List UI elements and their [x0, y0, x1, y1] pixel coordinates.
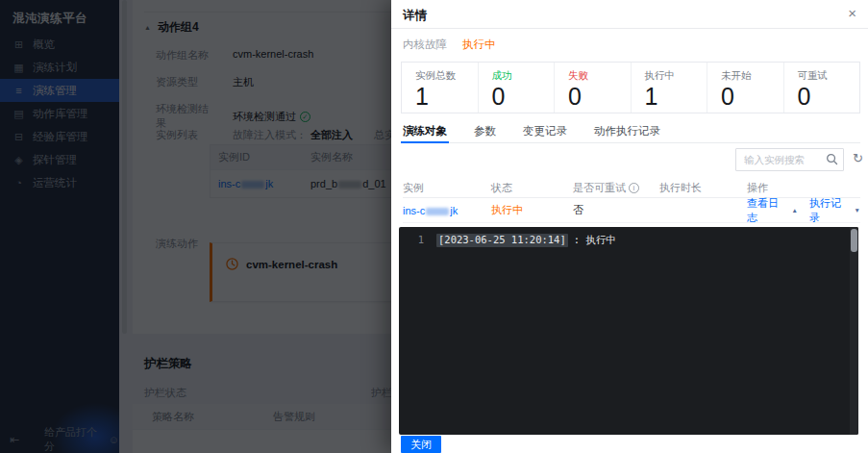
- search-row: ↻: [403, 146, 868, 173]
- refresh-icon[interactable]: ↻: [853, 151, 863, 166]
- row-operations: 查看日志 ▲ 执行记录 ▼: [747, 196, 860, 225]
- redacted-text: [426, 208, 449, 215]
- drawer-header: 详情 ×: [391, 0, 868, 29]
- exec-record-link[interactable]: 执行记录 ▼: [809, 196, 860, 225]
- stat-value: 0: [798, 84, 860, 109]
- search-icon[interactable]: [826, 153, 838, 165]
- tab-parameters[interactable]: 参数: [474, 124, 496, 142]
- column-header: 实例: [403, 181, 491, 195]
- row-retryable: 否: [573, 203, 659, 217]
- stat-label-2: 失败: [568, 69, 631, 83]
- console-scrollbar-track: [850, 227, 858, 435]
- table-header-row: 实例 状态 是否可重试 i 执行时长 操作: [403, 179, 860, 197]
- tab-exercise-object[interactable]: 演练对象: [403, 124, 447, 142]
- fault-type-label: 内核故障: [403, 38, 447, 52]
- column-header-retryable: 是否可重试 i: [573, 181, 659, 195]
- stat-executing: 执行中 1: [631, 63, 707, 113]
- exercise-object-table: 实例 状态 是否可重试 i 执行时长 操作 ins-cjk 执行中 否 查看日志…: [403, 179, 860, 223]
- stat-value: 0: [492, 84, 555, 109]
- stats-summary: 实例总数 1 成功 0 失败 0 执行中 1 未开始 0 可重试 0: [401, 62, 860, 113]
- info-icon[interactable]: i: [629, 183, 639, 193]
- stat-label-4: 未开始: [721, 69, 783, 83]
- log-timestamp: [2023-06-25 11:20:14]: [436, 234, 568, 247]
- stat-label-1: 成功: [492, 69, 555, 83]
- detail-drawer: 详情 × 内核故障 执行中 实例总数 1 成功 0 失败 0 执行中 1: [391, 0, 868, 453]
- close-button[interactable]: 关闭: [401, 436, 441, 453]
- log-line: 1 [2023-06-25 11:20:14] : 执行中: [399, 227, 858, 247]
- column-header: 执行时长: [659, 181, 747, 195]
- caret-down-icon: ▼: [855, 207, 860, 214]
- stat-retryable: 可重试 0: [783, 63, 860, 113]
- column-header: 操作: [747, 181, 860, 195]
- instance-id-link[interactable]: ins-cjk: [403, 205, 491, 216]
- execution-status: 执行中: [462, 38, 496, 52]
- row-status: 执行中: [491, 203, 573, 217]
- table-row: ins-cjk 执行中 否 查看日志 ▲ 执行记录 ▼: [403, 197, 860, 223]
- tab-action-exec-record[interactable]: 动作执行记录: [594, 124, 660, 142]
- stat-label-5: 可重试: [798, 69, 860, 83]
- log-message: : 执行中: [574, 234, 616, 247]
- stat-label-3: 执行中: [645, 69, 707, 83]
- stat-value: 0: [568, 84, 631, 109]
- caret-up-icon: ▲: [792, 207, 798, 214]
- stat-value: 1: [415, 84, 478, 109]
- fault-status-row: 内核故障 执行中: [403, 38, 496, 52]
- stat-not-started: 未开始 0: [707, 63, 783, 113]
- view-log-link[interactable]: 查看日志 ▲: [747, 196, 798, 225]
- drawer-title: 详情: [403, 8, 427, 24]
- stat-label-0: 实例总数: [415, 69, 478, 83]
- stat-success: 成功 0: [478, 63, 555, 113]
- stat-total-instances: 实例总数 1: [402, 63, 478, 113]
- stat-value: 1: [645, 84, 707, 109]
- drawer-tabs: 演练对象 参数 变更记录 动作执行记录: [403, 124, 860, 143]
- console-scrollbar-thumb[interactable]: [851, 229, 857, 252]
- log-line-number: 1: [399, 234, 424, 247]
- column-header: 状态: [491, 181, 573, 195]
- instance-search-box: [735, 148, 844, 171]
- tab-change-record[interactable]: 变更记录: [523, 124, 567, 142]
- close-icon[interactable]: ×: [848, 5, 856, 22]
- app-root: 混沌演练平台 ⊞ 概览 ▦ 演练计划 ≡ 演练管理 ▤ 动作库管理 ⊟ 经验库管…: [0, 0, 868, 453]
- stat-value: 0: [721, 84, 783, 109]
- log-console[interactable]: 1 [2023-06-25 11:20:14] : 执行中: [399, 227, 858, 435]
- stat-failed: 失败 0: [554, 63, 631, 113]
